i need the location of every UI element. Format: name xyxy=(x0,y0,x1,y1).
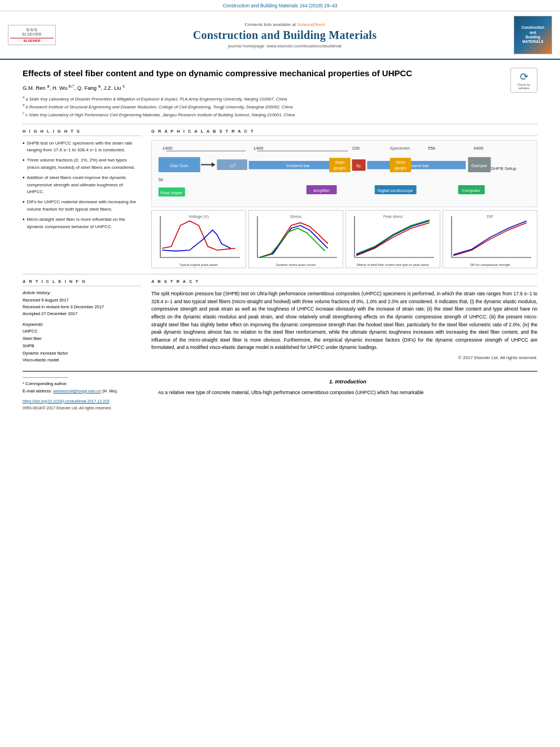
article-history-label: Article history: xyxy=(23,290,141,295)
svg-text:Sp.: Sp. xyxy=(356,163,362,168)
highlight-item: •Micro-straight steel fiber is more infl… xyxy=(23,216,141,230)
svg-text:50: 50 xyxy=(159,177,163,182)
elsevier-logo: 🐘🐘🐘 ELSEVIER ELSEVIER xyxy=(8,25,56,45)
svg-text:gauges: gauges xyxy=(334,165,347,170)
svg-text:55b: 55b xyxy=(428,145,436,150)
svg-text:3400: 3400 xyxy=(473,145,483,150)
divider-2 xyxy=(23,274,537,274)
keyword-item: Steel fiber xyxy=(23,335,141,343)
journal-top-bar: Construction and Building Materials 164 … xyxy=(0,0,560,11)
sub-diagram-label-3: Effects of steel fiber content and type … xyxy=(347,263,439,267)
sub-diagram-1: Voltage (V) Typical original pulse waves xyxy=(151,210,246,268)
intro-text: As a relative new type of concrete mater… xyxy=(158,389,537,397)
svg-text:Specimen: Specimen xyxy=(390,145,410,150)
highlights-column: H I G H L I G H T S •SHPB test on UHPCC … xyxy=(23,129,141,269)
abstract-text: The split Hopkinson pressure bar (SHPB) … xyxy=(151,290,537,352)
peak-stress-chart: Peak stress xyxy=(347,212,439,262)
svg-text:1400: 1400 xyxy=(253,145,264,150)
svg-text:Voltage (V): Voltage (V) xyxy=(189,215,209,220)
shpb-diagram: 1400 1400 100 Specimen 55b 3400 Gas Gun xyxy=(151,140,537,208)
highlights-list: •SHPB test on UHPCC specimens with the s… xyxy=(23,140,141,230)
svg-text:SHPB Setup: SHPB Setup xyxy=(491,166,517,171)
svg-text:Amplifier: Amplifier xyxy=(313,188,330,193)
journal-header: 🐘🐘🐘 ELSEVIER ELSEVIER Contents lists ava… xyxy=(0,11,560,60)
keyword-item: UHPCC xyxy=(23,328,141,335)
revised-date: Received in revised form 3 December 2017 xyxy=(23,304,141,311)
svg-text:Damper: Damper xyxy=(471,163,488,168)
sub-diagram-label-2: Dynamic stress-strain curves xyxy=(250,263,342,267)
keyword-item: Visco-elastic model xyxy=(23,357,141,364)
sub-diagram-label-4: DIF for compressive strength xyxy=(444,263,536,267)
footnote-divider xyxy=(23,377,68,378)
svg-text:100: 100 xyxy=(352,145,360,150)
sub-diagram-4: DIF DIF for compressive strength xyxy=(443,210,537,268)
svg-text:1400: 1400 xyxy=(162,145,172,150)
journal-ref-link[interactable]: Construction and Building Materials 164 … xyxy=(222,3,337,8)
email-line: E-mail address: wuhaocivil@tongji.edu.cn… xyxy=(23,388,141,395)
info-abstract-row: A R T I C L E I N F O Article history: R… xyxy=(23,279,537,364)
intro-heading: 1. Introduction xyxy=(158,377,537,386)
highlight-item: •SHPB test on UHPCC specimens with the s… xyxy=(23,140,141,154)
svg-text:Stress: Stress xyxy=(290,215,302,220)
abstract-label: A B S T R A C T xyxy=(151,279,537,286)
copyright-line: © 2017 Elsevier Ltd. All rights reserved… xyxy=(151,355,537,360)
footnote-column: * Corresponding author. E-mail address: … xyxy=(23,377,141,412)
sub-diagram-3: Peak stress Effects of steel fiber conte… xyxy=(345,210,440,268)
highlights-abstract-row: H I G H L I G H T S •SHPB test on UHPCC … xyxy=(23,129,537,269)
keyword-item: SHPB xyxy=(23,343,141,350)
article-title: Effects of steel fiber content and type … xyxy=(23,68,504,79)
sub-diagram-label-1: Typical original pulse waves xyxy=(153,263,244,267)
svg-text:↓17: ↓17 xyxy=(229,163,235,168)
affiliation-b: b b Research Institute of Structural Eng… xyxy=(23,102,504,110)
sub-diagrams: Voltage (V) Typical original pulse waves… xyxy=(151,210,537,268)
abstract-column: A B S T R A C T The split Hopkinson pres… xyxy=(151,279,537,364)
shpb-svg: 1400 1400 100 Specimen 55b 3400 Gas Gun xyxy=(155,143,534,204)
highlight-item: •Three volume fractions (0, 1%, 2%) and … xyxy=(23,157,141,171)
corresponding-author: * Corresponding author. xyxy=(23,381,141,388)
journal-center: Contents lists available at ScienceDirec… xyxy=(56,22,514,49)
sub-diagram-2: Stress Dynamic stress-strain curves xyxy=(248,210,343,268)
sciencedirect-link[interactable]: ScienceDirect xyxy=(297,22,325,27)
pulse-chart: Voltage (V) xyxy=(153,212,244,262)
graphical-abstract-column: G R A P H I C A L A B S T R A C T 1400 1… xyxy=(151,129,537,269)
highlight-item: •DIFs for UHPCC material decrease with i… xyxy=(23,199,141,213)
svg-text:DIF: DIF xyxy=(487,215,493,220)
svg-text:gauges: gauges xyxy=(394,165,407,170)
stress-strain-chart: Stress xyxy=(250,212,342,262)
highlights-label: H I G H L I G H T S xyxy=(23,129,141,136)
svg-text:Pulse shaper: Pulse shaper xyxy=(160,191,183,195)
affiliations: a a State Key Laboratory of Disaster Pre… xyxy=(23,94,504,117)
received-date: Received 9 August 2017 xyxy=(23,297,141,304)
issn-line: 0950-0618/© 2017 Elsevier Ltd. All right… xyxy=(23,405,141,412)
keywords-list: UHPCC Steel fiber SHPB Dynamic increase … xyxy=(23,328,141,364)
svg-text:Strain: Strain xyxy=(335,160,345,164)
bottom-section: * Corresponding author. E-mail address: … xyxy=(23,377,537,412)
journal-homepage: journal homepage: www.elsevier.com/locat… xyxy=(62,43,508,49)
svg-text:Peak stress: Peak stress xyxy=(383,215,403,219)
article-title-section: Effects of steel fiber content and type … xyxy=(23,68,537,118)
affiliation-c: c c State Key Laboratory of High Perform… xyxy=(23,110,504,118)
doi-link[interactable]: https://doi.org/10.1016/j.conbuildmat.20… xyxy=(23,399,110,403)
svg-text:Digital oscilloscope: Digital oscilloscope xyxy=(378,188,413,193)
article-authors: G.M. Ren a, H. Wu b,*, Q. Fang a, J.Z. L… xyxy=(23,84,504,91)
keywords-label: Keywords: xyxy=(23,322,141,327)
graphical-abstract-label: G R A P H I C A L A B S T R A C T xyxy=(151,129,537,136)
article-title-block: Effects of steel fiber content and type … xyxy=(23,68,504,118)
journal-cover: ConstructionandBuildingMATERIALS xyxy=(514,16,552,54)
affiliation-a: a a State Key Laboratory of Disaster Pre… xyxy=(23,94,504,102)
svg-text:Computer: Computer xyxy=(462,188,480,193)
svg-marker-11 xyxy=(212,162,216,167)
svg-text:Strain: Strain xyxy=(396,160,406,164)
contents-available: Contents lists available at ScienceDirec… xyxy=(62,22,508,27)
article-info-column: A R T I C L E I N F O Article history: R… xyxy=(23,279,141,364)
email-link[interactable]: wuhaocivil@tongji.edu.cn xyxy=(53,388,101,394)
keyword-item: Dynamic increase factor xyxy=(23,350,141,357)
main-content: Effects of steel fiber content and type … xyxy=(0,60,560,418)
highlight-item: •Addition of steel fibers could improve … xyxy=(23,174,141,195)
divider-1 xyxy=(23,124,537,124)
svg-text:Incident bar: Incident bar xyxy=(286,163,310,168)
check-updates-badge: ⟳ Check for updates xyxy=(510,68,537,93)
dif-chart: DIF xyxy=(444,212,536,262)
introduction-column: 1. Introduction As a relative new type o… xyxy=(158,377,537,412)
accepted-date: Accepted 27 December 2017 xyxy=(23,311,141,317)
